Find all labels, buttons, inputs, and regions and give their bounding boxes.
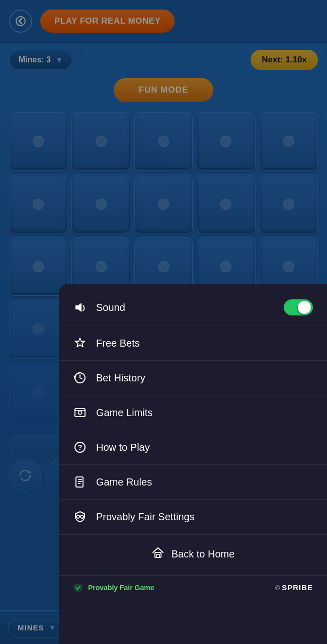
svg-rect-11: [76, 477, 83, 487]
provably-fair-settings-menu-item[interactable]: Provably Fair Settings: [59, 500, 327, 534]
bet-history-icon: [73, 371, 87, 385]
back-to-home-label: Back to Home: [172, 548, 235, 560]
sound-toggle[interactable]: [284, 299, 313, 315]
provably-fair-settings-icon: [73, 510, 87, 524]
sound-toggle-knob: [298, 301, 311, 314]
svg-marker-3: [75, 338, 85, 347]
sound-icon: [73, 300, 87, 314]
spribe-logo: © SPRIBE: [275, 583, 313, 592]
svg-text:?: ?: [78, 443, 83, 451]
svg-point-7: [78, 411, 82, 415]
free-bets-icon: [73, 336, 87, 350]
game-limits-icon: [73, 406, 87, 420]
home-icon: [151, 546, 165, 562]
game-rules-label: Game Rules: [96, 476, 313, 488]
how-to-play-menu-item[interactable]: ? How to Play: [59, 430, 327, 465]
bet-history-label: Bet History: [96, 372, 313, 384]
svg-rect-6: [75, 409, 85, 417]
free-bets-menu-item[interactable]: Free Bets: [59, 326, 327, 361]
game-limits-label: Game Limits: [96, 407, 313, 419]
provably-fair-badge: Provably Fair Game: [73, 583, 154, 593]
menu-panel: Sound Free Bets Bet History: [59, 284, 327, 644]
provably-fair-settings-label: Provably Fair Settings: [96, 511, 313, 523]
svg-marker-2: [75, 303, 81, 312]
game-rules-icon: [73, 475, 87, 489]
spribe-text: SPRIBE: [282, 583, 313, 592]
sound-label: Sound: [96, 302, 275, 313]
free-bets-label: Free Bets: [96, 338, 313, 349]
back-to-home-menu-item[interactable]: Back to Home: [59, 534, 327, 573]
menu-footer: Provably Fair Game © SPRIBE: [59, 575, 327, 602]
game-limits-menu-item[interactable]: Game Limits: [59, 395, 327, 430]
how-to-play-label: How to Play: [96, 442, 313, 453]
svg-point-16: [80, 515, 84, 518]
sound-menu-item[interactable]: Sound: [59, 289, 327, 326]
provably-fair-text: Provably Fair Game: [88, 584, 154, 592]
game-rules-menu-item[interactable]: Game Rules: [59, 465, 327, 500]
svg-rect-18: [155, 552, 161, 557]
svg-point-15: [76, 515, 79, 518]
copyright-symbol: ©: [275, 584, 282, 592]
how-to-play-icon: ?: [73, 440, 87, 454]
bet-history-menu-item[interactable]: Bet History: [59, 361, 327, 395]
